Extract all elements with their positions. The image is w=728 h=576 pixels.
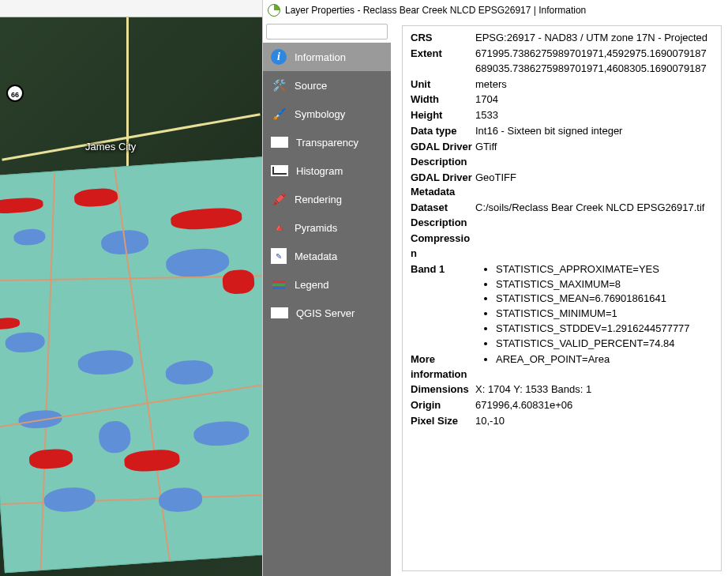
label-data-type: Data type: [411, 124, 475, 139]
sidebar-item-label: Source: [295, 80, 327, 92]
properties-sidebar: i Information 🛠️ Source 🖌️ Symbology Tra…: [263, 21, 391, 576]
label-origin: Origin: [411, 398, 475, 413]
sidebar-item-label: QGIS Server: [296, 307, 355, 319]
band1-stat: STATISTICS_MINIMUM=1: [496, 307, 716, 322]
sidebar-item-information[interactable]: i Information: [263, 43, 391, 71]
sidebar-search-input[interactable]: [266, 24, 388, 40]
sidebar-item-label: Information: [295, 51, 346, 63]
transparency-icon: [271, 137, 288, 148]
sidebar-item-histogram[interactable]: Histogram: [263, 156, 391, 185]
sidebar-item-label: Metadata: [295, 250, 337, 262]
more-info-list: AREA_OR_POINT=Area: [475, 352, 716, 367]
sidebar-item-label: Rendering: [295, 194, 342, 205]
value-compression: [475, 232, 716, 262]
band1-stat: STATISTICS_STDDEV=1.2916244577777: [496, 322, 716, 337]
sidebar-item-label: Pyramids: [295, 222, 337, 234]
label-dimensions: Dimensions: [411, 382, 475, 397]
wrench-icon: 🛠️: [271, 77, 287, 93]
histogram-icon: [271, 165, 288, 176]
label-dataset-desc: Dataset Description: [411, 201, 475, 231]
map-road: [2, 113, 260, 161]
band1-stat: STATISTICS_MEAN=6.76901861641: [496, 292, 716, 307]
sidebar-item-transparency[interactable]: Transparency: [263, 128, 391, 156]
map-top-toolbar: [0, 0, 262, 17]
sidebar-item-label: Histogram: [296, 165, 343, 177]
sidebar-item-symbology[interactable]: 🖌️ Symbology: [263, 100, 391, 128]
map-canvas[interactable]: 66 James City: [0, 17, 262, 576]
label-pixel-size: Pixel Size: [411, 414, 475, 429]
label-band1: Band 1: [411, 262, 475, 352]
label-compression: Compression: [411, 232, 475, 262]
layer-properties-dialog: Layer Properties - Reclass Bear Creek NL…: [262, 0, 728, 576]
value-pixel-size: 10,-10: [475, 414, 716, 429]
sidebar-item-label: Symbology: [295, 108, 345, 120]
raster-layer: [0, 156, 262, 574]
brush-icon: 🖌️: [271, 106, 287, 122]
value-dataset-desc: C:/soils/Reclass Bear Creek NLCD EPSG269…: [475, 201, 716, 231]
band1-stat: STATISTICS_VALID_PERCENT=74.84: [496, 337, 716, 352]
dialog-titlebar[interactable]: Layer Properties - Reclass Bear Creek NL…: [263, 0, 728, 21]
value-crs: EPSG:26917 - NAD83 / UTM zone 17N - Proj…: [475, 31, 716, 46]
value-extent: 671995.7386275989701971,4592975.16900791…: [475, 47, 716, 77]
label-extent: Extent: [411, 47, 475, 77]
legend-icon: [271, 277, 287, 292]
value-gdal-desc: GTiff: [475, 140, 716, 170]
sidebar-item-metadata[interactable]: ✎ Metadata: [263, 242, 391, 270]
label-gdal-desc: GDAL Driver Description: [411, 140, 475, 170]
label-width: Width: [411, 92, 475, 107]
band1-stats-list: STATISTICS_APPROXIMATE=YES STATISTICS_MA…: [475, 262, 716, 352]
label-more-info: More information: [411, 352, 475, 382]
label-height: Height: [411, 108, 475, 123]
sidebar-item-legend[interactable]: Legend: [263, 270, 391, 299]
label-gdal-meta: GDAL Driver Metadata: [411, 171, 475, 201]
value-dimensions: X: 1704 Y: 1533 Bands: 1: [475, 382, 716, 397]
dialog-title: Layer Properties - Reclass Bear Creek NL…: [285, 5, 586, 16]
info-icon: i: [271, 49, 287, 65]
label-crs: CRS: [411, 31, 475, 46]
value-unit: meters: [475, 77, 716, 92]
highway-shield: 66: [6, 85, 24, 102]
sidebar-item-source[interactable]: 🛠️ Source: [263, 71, 391, 100]
more-info-item: AREA_OR_POINT=Area: [496, 352, 716, 367]
rendering-icon: 🖍️: [271, 191, 287, 207]
sidebar-item-pyramids[interactable]: 🔺 Pyramids: [263, 213, 391, 242]
value-height: 1533: [475, 108, 716, 123]
server-icon: [271, 307, 288, 318]
band1-stat: STATISTICS_MAXIMUM=8: [496, 277, 716, 292]
pyramids-icon: 🔺: [271, 220, 287, 235]
city-label: James City: [85, 141, 136, 152]
sidebar-item-rendering[interactable]: 🖍️ Rendering: [263, 185, 391, 213]
value-width: 1704: [475, 92, 716, 107]
sidebar-item-label: Legend: [295, 279, 328, 291]
information-panel[interactable]: CRSEPSG:26917 - NAD83 / UTM zone 17N - P…: [391, 21, 728, 576]
sidebar-item-qgis-server[interactable]: QGIS Server: [263, 299, 391, 327]
value-gdal-meta: GeoTIFF: [475, 171, 716, 201]
label-unit: Unit: [411, 77, 475, 92]
qgis-logo-icon: [268, 4, 280, 17]
sidebar-item-label: Transparency: [296, 137, 358, 149]
band1-stat: STATISTICS_APPROXIMATE=YES: [496, 262, 716, 277]
value-data-type: Int16 - Sixteen bit signed integer: [475, 124, 716, 139]
value-origin: 671996,4.60831e+06: [475, 398, 716, 413]
metadata-icon: ✎: [271, 248, 287, 264]
